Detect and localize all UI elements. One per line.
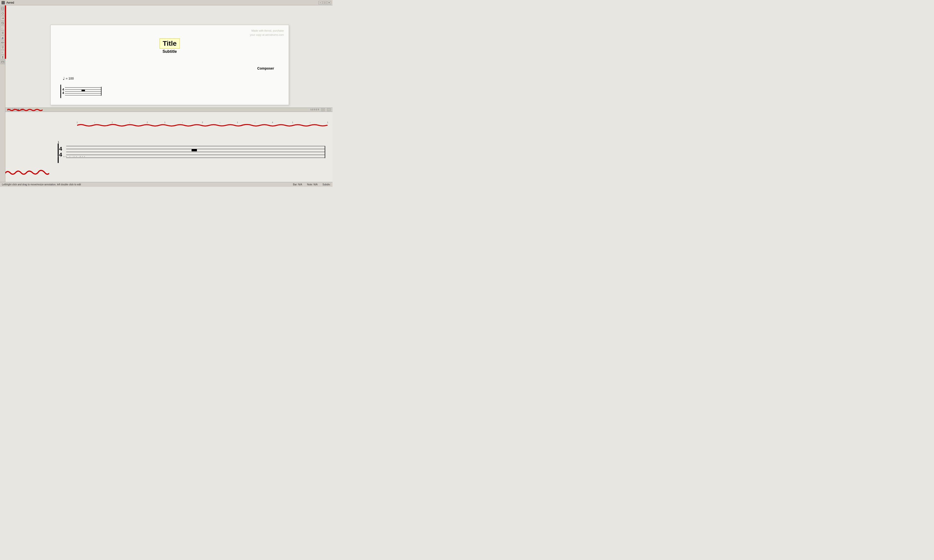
titlebar-left: Aered <box>2 1 14 5</box>
svg-rect-12 <box>2 42 4 43</box>
divider-squiggle <box>7 108 43 112</box>
note-symbol: ♩ <box>63 76 65 81</box>
zoom-info: 1:2 3 2 3 <box>310 108 319 111</box>
title-bar: Aered − □ × <box>0 0 333 5</box>
note-status: Note: N/A <box>307 183 317 186</box>
score-view: Made with Aered, purchase your copy at a… <box>5 5 333 108</box>
watermark-line1: Made with Aered, purchase <box>250 29 284 33</box>
note-label: Note: <box>307 183 313 186</box>
large-barline <box>325 146 325 158</box>
svg-point-2 <box>2 12 4 14</box>
main-content: Made with Aered, purchase your copy at a… <box>5 5 333 182</box>
staff-lines <box>65 86 102 96</box>
large-staff-bracket <box>58 143 59 163</box>
whole-rest <box>82 90 85 91</box>
large-staff[interactable]: 4 4 <box>58 143 325 163</box>
annotation-strip: # 3 · b b · < · l l > · # > × <box>58 155 85 158</box>
svg-rect-20 <box>2 61 4 63</box>
red-bar-decoration <box>5 5 6 59</box>
staff-container[interactable]: 4 4 <box>60 85 100 98</box>
piano-roll[interactable]: 1 ↓ 1 ↓ 2 1 ↓ 3 ↓ 1 ↓ 4 1 ↓ 1 1 <box>5 112 333 182</box>
divider: + - ◀ ▶ 1:2 3 2 3 + - <box>5 108 333 112</box>
titlebar-controls[interactable]: − □ × <box>318 1 331 5</box>
toolbar-btn-10[interactable]: ? <box>0 50 5 54</box>
svg-text:🔊: 🔊 <box>2 37 4 39</box>
large-staff-line-3 <box>66 152 325 152</box>
toolbar-btn-1[interactable] <box>0 6 5 11</box>
watermark: Made with Aered, purchase your copy at a… <box>250 29 284 37</box>
toolbar-btn-6[interactable] <box>0 31 5 35</box>
status-hint: Left/right click and drag to move/resize… <box>2 183 81 186</box>
maximize-button[interactable]: □ <box>323 1 327 5</box>
toolbar-btn-11[interactable] <box>0 55 5 59</box>
svg-marker-4 <box>3 17 4 19</box>
divider-zoom-out[interactable]: - <box>327 108 331 111</box>
playhead-squiggle <box>77 123 328 128</box>
tempo-marking: ♩ = 100 <box>63 76 74 81</box>
bar-status: Bar: N/A <box>293 183 302 186</box>
toolbar-btn-9[interactable] <box>0 45 5 50</box>
svg-line-6 <box>2 22 4 24</box>
left-toolbar: ♩ 🔊 ? <box>0 5 5 187</box>
bottom-squiggle <box>5 168 49 177</box>
svg-text:?: ? <box>2 51 3 54</box>
bar-value: N/A <box>298 183 302 186</box>
toolbar-btn-3[interactable] <box>0 16 5 20</box>
subdiv-label: Subdiv: <box>322 183 331 186</box>
large-staff-inner: 4 4 <box>58 143 325 163</box>
composer[interactable]: Composer <box>257 66 274 70</box>
toolbar-btn-7[interactable]: 🔊 <box>0 35 5 40</box>
status-right: Bar: N/A Note: N/A Subdiv: <box>293 183 331 186</box>
measure-number: 1 <box>58 141 59 143</box>
watermark-line2: your copy at aerodrums.com <box>250 33 284 37</box>
svg-point-17 <box>2 56 3 57</box>
toolbar-btn-12[interactable] <box>0 60 5 64</box>
large-staff-line-4 <box>66 155 325 155</box>
piece-subtitle[interactable]: Subtitle <box>163 49 177 54</box>
large-whole-rest <box>191 149 197 151</box>
close-button[interactable]: × <box>327 1 331 5</box>
toolbar-btn-4[interactable] <box>0 21 5 25</box>
time-signature: 4 4 <box>62 88 64 95</box>
toolbar-btn-8[interactable] <box>0 40 5 45</box>
toolbar-btn-5[interactable]: ♩ <box>0 26 5 30</box>
svg-text:♩: ♩ <box>2 27 2 29</box>
app-title: Aered <box>6 1 14 5</box>
sheet-page[interactable]: Made with Aered, purchase your copy at a… <box>50 25 289 105</box>
note-value: N/A <box>313 183 317 186</box>
tempo-value: = 100 <box>66 77 74 80</box>
staff-bracket <box>60 85 61 98</box>
minimize-button[interactable]: − <box>318 1 322 5</box>
divider-right: 1:2 3 2 3 + - <box>310 108 331 111</box>
piece-title[interactable]: Title <box>159 38 180 49</box>
svg-point-14 <box>2 46 3 48</box>
bar-label: Bar: <box>293 183 297 186</box>
subdiv-status: Subdiv: <box>322 183 331 186</box>
divider-zoom-in[interactable]: + <box>321 108 325 111</box>
barline-end <box>101 87 102 95</box>
status-bar: Left/right click and drag to move/resize… <box>0 182 333 187</box>
app-icon <box>2 1 5 5</box>
toolbar-btn-2[interactable] <box>0 11 5 15</box>
